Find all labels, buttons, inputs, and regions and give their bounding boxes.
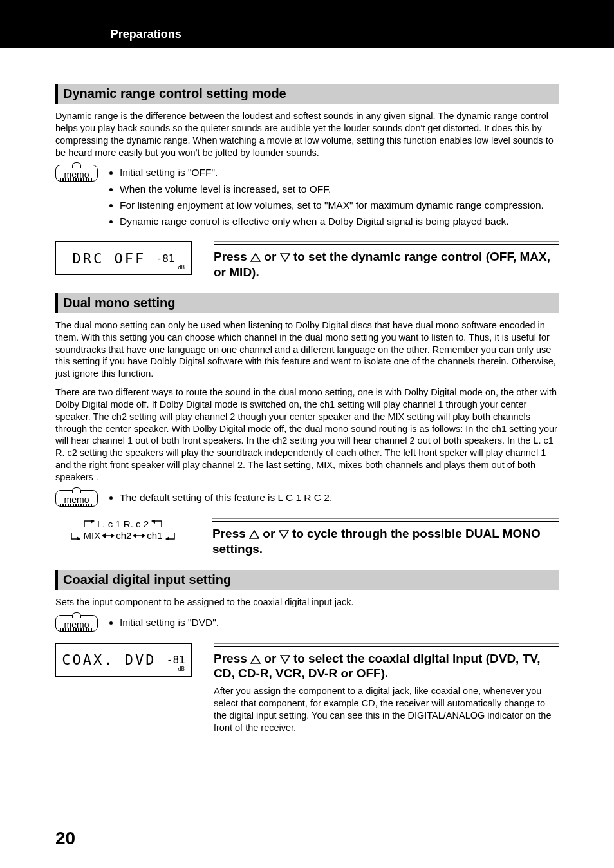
dual-memo-row: memo The default setting of this feature… [55,490,559,507]
dual-heading: Dual mono setting [55,293,559,313]
text-fragment: or [261,250,280,263]
svg-marker-4 [77,536,80,540]
display-level: -81 [167,654,185,666]
drc-instruction-main: Press or to set the dynamic range contro… [214,249,559,280]
manual-page: Preparations Dynamic range control setti… [0,0,614,868]
drc-display: DRC OFF -81 dB [55,241,192,275]
drc-instruction-block: DRC OFF -81 dB Press or to set the dynam… [55,241,559,280]
display-main-text: DRC OFF [73,250,146,267]
svg-marker-2 [91,520,95,524]
dual-body1: The dual mono setting can only be used w… [55,319,559,380]
triangle-down-icon [279,530,289,539]
drc-memo-list: Initial setting is "OFF". When the volum… [107,165,544,230]
triangle-down-icon [280,253,290,262]
text-fragment: or [261,652,280,665]
svg-marker-1 [281,254,290,261]
dual-cycle-diagram: L. c 1 R. c 2 MIX ch2 ch1 [55,518,191,557]
memo-icon: memo [55,165,98,182]
drc-instruction-text: Press or to set the dynamic range contro… [214,241,559,280]
list-item: Dynamic range control is effective only … [120,214,544,229]
svg-marker-10 [142,533,145,538]
display-level: -81 [156,252,175,265]
dual-memo-list: The default setting of this feature is L… [107,490,332,506]
text-fragment: Press [214,250,250,263]
drc-body: Dynamic range is the difference between … [55,110,559,158]
page-content: Dynamic range control setting mode Dynam… [0,48,614,734]
coax-heading: Coaxial digital input setting [55,570,559,590]
svg-marker-7 [111,533,115,538]
cycle-top: L. c 1 R. c 2 [97,518,149,530]
corner-arrow-icon [83,520,96,529]
svg-marker-11 [165,536,169,540]
triangle-down-icon [280,655,290,664]
coax-memo-list: Initial setting is "DVD". [107,615,219,631]
list-item: The default setting of this feature is L… [120,490,332,505]
svg-marker-14 [251,656,260,663]
cycle-b3: ch1 [147,530,162,542]
coax-memo-row: memo Initial setting is "DVD". [55,615,559,632]
triangle-up-icon [250,253,261,262]
page-number: 20 [55,828,75,849]
corner-arrow-icon [164,531,176,540]
double-arrow-icon [102,533,115,539]
text-fragment: or [259,527,279,540]
coax-instruction-block: COAX. DVD -81 dB Press or to select the … [55,643,559,734]
list-item: Initial setting is "OFF". [120,165,544,180]
svg-marker-8 [133,533,136,538]
coax-body: Sets the input component to be assigned … [55,596,559,609]
rule-line [214,241,559,245]
dual-body2: There are two different ways to route th… [55,386,559,484]
list-item: Initial setting is "DVD". [120,615,219,630]
display-main-text: COAX. DVD [62,652,156,668]
dual-instruction-text: Press or to cycle through the possible D… [212,518,559,557]
triangle-up-icon [250,655,261,664]
coax-display: COAX. DVD -81 dB [55,643,192,677]
list-item: For listening enjoyment at low volumes, … [120,198,544,212]
svg-marker-12 [250,531,259,538]
triangle-up-icon [249,530,259,539]
rule-line [214,643,559,647]
coax-after-text: After you assign the component to a digi… [214,685,559,733]
svg-marker-5 [102,533,106,538]
list-item: When the volume level is increased, set … [120,182,544,196]
dual-instruction-main: Press or to cycle through the possible D… [212,526,559,557]
rule-line [212,518,559,522]
text-fragment: Press [212,527,249,540]
header-bar: Preparations [0,0,614,48]
display-db-label: dB [178,666,185,672]
cycle-b2: ch2 [116,530,131,542]
svg-marker-15 [281,656,290,663]
corner-arrow-icon [70,531,82,540]
text-fragment: Press [214,652,250,665]
svg-marker-3 [151,520,155,524]
cycle-b1: MIX [83,530,100,542]
memo-icon: memo [55,490,98,507]
corner-arrow-icon [150,520,163,529]
dual-instruction-block: L. c 1 R. c 2 MIX ch2 ch1 Press or to cy… [55,518,559,557]
display-db-label: dB [178,264,185,270]
svg-marker-13 [279,531,288,538]
coax-instruction-text: Press or to select the coaxial digital i… [214,643,559,734]
double-arrow-icon [133,533,145,539]
drc-heading: Dynamic range control setting mode [55,84,559,104]
memo-icon: memo [55,615,98,632]
header-tab-title: Preparations [111,28,181,41]
coax-instruction-main: Press or to select the coaxial digital i… [214,651,559,682]
svg-marker-0 [251,254,260,261]
drc-memo-row: memo Initial setting is "OFF". When the … [55,165,559,230]
